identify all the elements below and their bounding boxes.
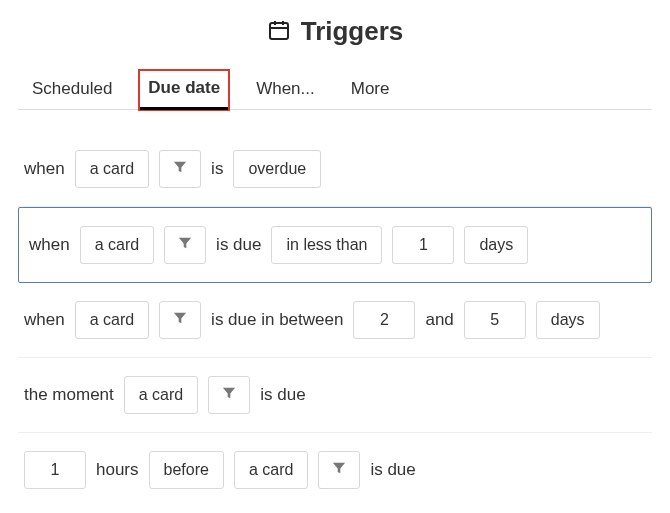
rule-row[interactable]: the moment a card is due: [18, 358, 652, 433]
svg-rect-0: [270, 23, 288, 39]
filter-icon: [178, 236, 192, 254]
rule-row[interactable]: when a card is due in less than 1 days: [18, 207, 652, 283]
calendar-icon: [267, 18, 291, 46]
rule-row[interactable]: when a card is due in between 2 and 5 da…: [18, 283, 652, 358]
tab-more[interactable]: More: [347, 71, 394, 109]
page-header: Triggers: [18, 16, 652, 47]
filter-button[interactable]: [159, 150, 201, 188]
rule-row[interactable]: 1 hours before a card is due: [18, 433, 652, 507]
subject-select[interactable]: a card: [124, 376, 198, 414]
number-input[interactable]: 1: [24, 451, 86, 489]
rule-text: when: [29, 235, 70, 255]
rules-list: when a card is overdue when a card: [18, 132, 652, 507]
rule-text: hours: [96, 460, 139, 480]
tab-due-date[interactable]: Due date: [140, 71, 228, 109]
number-input[interactable]: 2: [353, 301, 415, 339]
subject-select[interactable]: a card: [75, 150, 149, 188]
filter-button[interactable]: [208, 376, 250, 414]
rule-text: is: [211, 159, 223, 179]
rule-text: is due: [260, 385, 305, 405]
unit-select[interactable]: days: [464, 226, 528, 264]
subject-select[interactable]: a card: [75, 301, 149, 339]
comparator-select[interactable]: in less than: [271, 226, 382, 264]
number-input[interactable]: 1: [392, 226, 454, 264]
filter-button[interactable]: [318, 451, 360, 489]
filter-button[interactable]: [159, 301, 201, 339]
subject-select[interactable]: a card: [80, 226, 154, 264]
rule-text: is due in between: [211, 310, 343, 330]
rule-text: is due: [370, 460, 415, 480]
tab-scheduled[interactable]: Scheduled: [28, 71, 116, 109]
page-title: Triggers: [301, 16, 404, 47]
unit-select[interactable]: days: [536, 301, 600, 339]
filter-icon: [222, 386, 236, 404]
rule-text: when: [24, 159, 65, 179]
filter-icon: [173, 160, 187, 178]
filter-button[interactable]: [164, 226, 206, 264]
rule-text: the moment: [24, 385, 114, 405]
tab-when[interactable]: When...: [252, 71, 319, 109]
tabs: Scheduled Due date When... More: [18, 71, 652, 110]
filter-icon: [173, 311, 187, 329]
rule-row[interactable]: when a card is overdue: [18, 132, 652, 207]
relation-select[interactable]: before: [149, 451, 224, 489]
state-select[interactable]: overdue: [233, 150, 321, 188]
filter-icon: [332, 461, 346, 479]
rule-text: when: [24, 310, 65, 330]
rule-text: and: [425, 310, 453, 330]
number-input[interactable]: 5: [464, 301, 526, 339]
rule-text: is due: [216, 235, 261, 255]
subject-select[interactable]: a card: [234, 451, 308, 489]
